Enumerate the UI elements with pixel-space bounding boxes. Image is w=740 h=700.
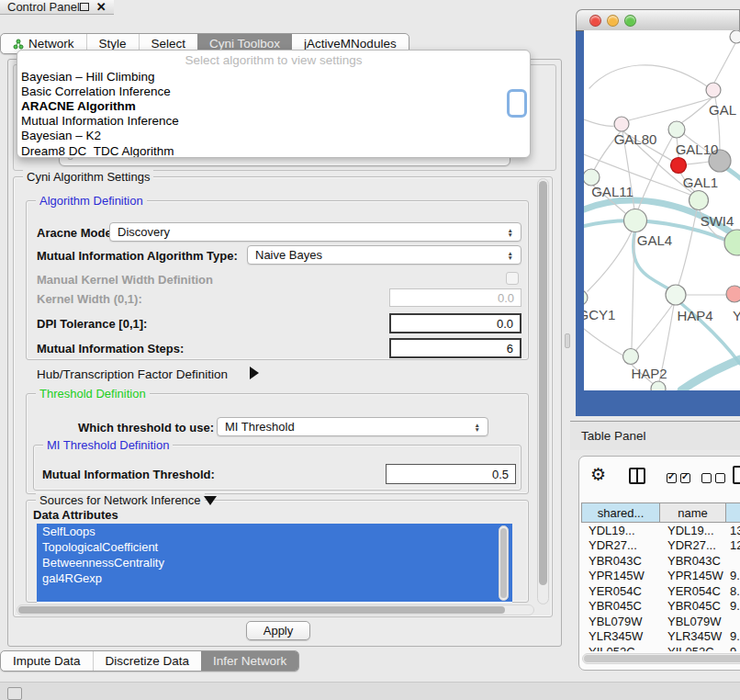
table-cell[interactable]: 8.: [726, 583, 740, 599]
table-horizontal-scrollbar[interactable]: [582, 653, 740, 664]
kernel-width-field[interactable]: 0.0: [389, 288, 521, 307]
data-attributes-list[interactable]: SelfLoops TopologicalCoefficient Between…: [37, 524, 512, 603]
graph-edge[interactable]: [686, 162, 709, 164]
column-view-icon[interactable]: [629, 468, 645, 484]
table-row[interactable]: YDR27...YDR27...12: [581, 538, 740, 554]
settings-horizontal-scrollbar[interactable]: [17, 604, 534, 615]
table-row[interactable]: YLR345WYLR345W9.: [581, 629, 740, 645]
column-header[interactable]: shared...: [581, 502, 660, 523]
table-panel-header[interactable]: Table Panel: [570, 421, 740, 450]
graph-node[interactable]: [724, 230, 740, 255]
scrollbar-thumb[interactable]: [539, 181, 547, 585]
table-cell[interactable]: 9.: [726, 569, 740, 584]
graph-edge[interactable]: [589, 65, 707, 88]
close-icon[interactable]: ✕: [96, 1, 107, 13]
mi-threshold-field[interactable]: 0.5: [386, 464, 516, 484]
dpi-tolerance-field[interactable]: 0.0: [389, 313, 521, 333]
table-cell[interactable]: [726, 614, 740, 629]
dropdown-item[interactable]: Mutual Information Inference: [17, 114, 530, 129]
table-cell[interactable]: YBR043C: [660, 553, 726, 569]
graph-node[interactable]: [668, 121, 685, 138]
graph-node[interactable]: [706, 83, 721, 97]
manual-kernel-width-checkbox[interactable]: [506, 272, 519, 285]
scrollbar-thumb[interactable]: [18, 606, 505, 614]
expand-right-icon[interactable]: [250, 367, 259, 379]
collapsed-panel-chip[interactable]: [7, 687, 22, 700]
list-item[interactable]: SelfLoops: [37, 524, 512, 539]
graph-node[interactable]: [651, 381, 666, 390]
settings-vertical-scrollbar[interactable]: [537, 178, 549, 604]
table-cell[interactable]: YDL19...: [581, 523, 660, 538]
graph-edge[interactable]: [588, 231, 632, 291]
graph-node[interactable]: [666, 285, 686, 305]
dropdown-item-selected[interactable]: ARACNE Algorithm: [17, 98, 530, 113]
table-cell[interactable]: YER054C: [581, 583, 660, 599]
list-item[interactable]: BetweennessCentrality: [37, 555, 512, 570]
table-row[interactable]: YBL079WYBL079W: [581, 614, 740, 629]
zoom-traffic-light[interactable]: [624, 15, 636, 27]
column-header[interactable]: name: [660, 502, 726, 523]
list-item[interactable]: [37, 586, 512, 602]
graph-node[interactable]: [730, 30, 740, 43]
graph-edge[interactable]: [678, 209, 697, 285]
table-cell[interactable]: YDR27...: [660, 538, 726, 554]
dropdown-item[interactable]: Basic Correlation Inference: [17, 84, 530, 98]
table-row[interactable]: YBR045CYBR045C9.: [581, 599, 740, 615]
table-cell[interactable]: YBR045C: [660, 599, 726, 615]
network-window-titlebar[interactable]: [576, 9, 740, 30]
scrollbar-thumb[interactable]: [584, 655, 740, 662]
table-row[interactable]: YIL052CYIL052C9.: [581, 644, 740, 651]
mi-steps-field[interactable]: 6: [389, 338, 521, 358]
float-window-icon[interactable]: [80, 3, 89, 11]
tab-infer-network[interactable]: Infer Network: [201, 651, 298, 671]
document-icon[interactable]: [733, 466, 740, 484]
graph-node[interactable]: [726, 286, 740, 302]
dropdown-item[interactable]: Dream8 DC_TDC Algorithm: [17, 143, 530, 158]
list-item[interactable]: gal4RGexp: [37, 570, 512, 586]
graph-edge[interactable]: [681, 359, 740, 390]
table-cell[interactable]: [726, 553, 740, 569]
table-cell[interactable]: YDL19...: [660, 523, 726, 538]
table-cell[interactable]: YPR145W: [660, 569, 726, 584]
dropdown-item[interactable]: Bayesian – K2: [17, 129, 530, 143]
minimize-traffic-light[interactable]: [607, 15, 619, 27]
scrollbar-thumb[interactable]: [500, 528, 507, 598]
tab-impute-data[interactable]: Impute Data: [1, 651, 93, 671]
table-cell[interactable]: YER054C: [660, 583, 726, 599]
checked-filter-icons[interactable]: [667, 472, 694, 486]
attributes-list-scrollbar[interactable]: [499, 525, 509, 601]
graph-node[interactable]: [614, 117, 629, 131]
graph-node[interactable]: [671, 158, 687, 174]
close-traffic-light[interactable]: [589, 15, 601, 27]
table-row[interactable]: YBR043CYBR043C: [581, 553, 740, 569]
graph-edge[interactable]: [584, 329, 623, 356]
mi-algorithm-type-combobox[interactable]: Naive Bayes: [247, 245, 521, 265]
table-cell[interactable]: 9.: [726, 629, 740, 645]
apply-button[interactable]: Apply: [246, 621, 310, 640]
graph-node[interactable]: [690, 191, 709, 210]
table-cell[interactable]: YIL052C: [581, 644, 660, 651]
aracne-mode-combobox[interactable]: Discovery: [109, 222, 521, 242]
graph-node[interactable]: [584, 290, 588, 305]
table-cell[interactable]: YBR045C: [581, 599, 660, 615]
table-cell[interactable]: 9.: [726, 599, 740, 615]
table-cell[interactable]: YLR345W: [660, 629, 726, 645]
panel-splitter-handle[interactable]: [565, 333, 570, 348]
gear-icon[interactable]: ⚙: [590, 464, 606, 485]
which-threshold-combobox[interactable]: MI Threshold: [217, 417, 488, 436]
graph-edge[interactable]: [584, 119, 615, 126]
collapse-down-icon[interactable]: [204, 496, 217, 505]
control-panel-titlebar[interactable]: Control Panel ✕: [0, 0, 114, 15]
graph-node[interactable]: [624, 209, 647, 232]
table-cell[interactable]: YBL079W: [660, 614, 726, 629]
unchecked-filter-icons[interactable]: [701, 472, 729, 486]
table-row[interactable]: YER054CYER054C8.: [581, 583, 740, 599]
table-cell[interactable]: YDR27...: [581, 538, 660, 554]
graph-node[interactable]: [623, 349, 639, 365]
table-cell[interactable]: 9.: [726, 644, 740, 651]
table-cell[interactable]: YPR145W: [581, 569, 660, 584]
column-header[interactable]: A: [726, 502, 740, 523]
table-cell[interactable]: 13: [726, 523, 740, 538]
table-cell[interactable]: YLR345W: [581, 629, 660, 645]
table-cell[interactable]: YBR043C: [581, 553, 660, 569]
